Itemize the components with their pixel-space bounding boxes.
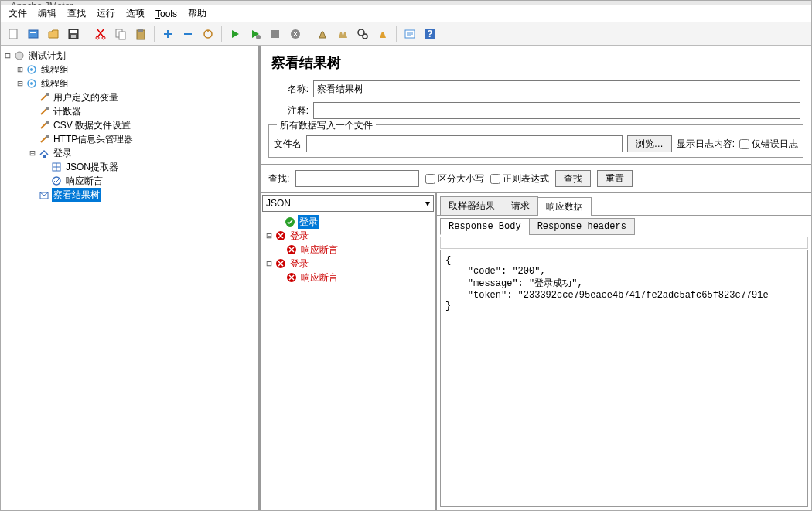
subtabs: Response Body Response headers <box>437 216 811 235</box>
result-tree[interactable]: 登录 ⊟登录 响应断言 ⊟登录 响应断言 <box>261 213 435 510</box>
tab-request[interactable]: 请求 <box>503 196 538 215</box>
result-item[interactable]: 响应断言 <box>299 243 339 257</box>
subtab-headers[interactable]: Response headers <box>529 218 635 235</box>
separator <box>87 26 87 42</box>
svg-point-25 <box>30 82 33 85</box>
config-icon <box>38 105 50 118</box>
open-icon[interactable] <box>44 25 63 43</box>
menu-search[interactable]: 查找 <box>63 5 90 22</box>
svg-point-32 <box>53 177 60 185</box>
error-icon <box>285 244 298 256</box>
tree-toggle[interactable]: ⊟ <box>27 146 38 160</box>
subtab-body[interactable]: Response Body <box>440 218 530 235</box>
config-icon <box>38 133 50 145</box>
result-item[interactable]: 响应断言 <box>299 271 339 284</box>
comment-input[interactable] <box>313 102 800 119</box>
svg-text:?: ? <box>427 29 432 39</box>
tree-counter[interactable]: 计数器 <box>52 104 83 118</box>
tree-toggle[interactable]: ⊟ <box>2 49 13 63</box>
tree-csv[interactable]: CSV 数据文件设置 <box>52 118 132 132</box>
save-icon[interactable] <box>64 25 83 43</box>
showlog-label: 显示日志内容: <box>677 138 735 151</box>
tree-view-results[interactable]: 察看结果树 <box>52 188 101 202</box>
tree-login[interactable]: 登录 <box>52 146 73 160</box>
paste-icon[interactable] <box>131 25 150 43</box>
menu-run[interactable]: 运行 <box>92 5 120 22</box>
filename-input[interactable] <box>306 135 623 152</box>
search-icon[interactable] <box>353 25 372 43</box>
menu-options[interactable]: 选项 <box>121 5 149 22</box>
menu-edit[interactable]: 编辑 <box>33 5 61 22</box>
tree-resp-assert[interactable]: 响应断言 <box>64 174 104 188</box>
toggle-icon[interactable] <box>199 25 217 43</box>
tree-toggle[interactable]: ⊟ <box>264 257 275 271</box>
run-icon[interactable] <box>226 25 244 43</box>
run-noTimers-icon[interactable] <box>246 25 264 43</box>
svg-rect-2 <box>30 32 36 33</box>
svg-rect-27 <box>46 107 49 110</box>
error-icon <box>275 230 287 242</box>
extractor-icon <box>50 161 63 173</box>
reset-button[interactable]: 重置 <box>597 170 633 187</box>
tree-json-extractor[interactable]: JSON提取器 <box>64 160 120 174</box>
tree-threadgroup1[interactable]: 线程组 <box>39 63 70 77</box>
function-icon[interactable] <box>401 25 419 43</box>
onlyerror-checkbox[interactable]: 仅错误日志 <box>739 138 798 151</box>
regex-checkbox[interactable]: 正则表达式 <box>490 172 549 186</box>
svg-rect-9 <box>119 32 125 39</box>
collapse-icon[interactable] <box>179 25 197 43</box>
browse-button[interactable]: 浏览… <box>627 135 672 152</box>
reset-search-icon[interactable] <box>374 25 392 43</box>
tree-toggle[interactable]: ⊟ <box>264 229 275 243</box>
menu-tools[interactable]: Tools <box>151 7 182 21</box>
test-plan-tree[interactable]: ⊟测试计划 ⊞线程组 ⊟线程组 用户定义的变量 计数器 CSV 数据文件设置 H… <box>1 46 260 510</box>
tab-sampler[interactable]: 取样器结果 <box>440 196 503 215</box>
search-input[interactable] <box>295 170 419 187</box>
svg-rect-26 <box>46 93 49 96</box>
tab-response[interactable]: 响应数据 <box>537 197 592 216</box>
case-label: 区分大小写 <box>438 172 484 186</box>
renderer-dropdown[interactable]: JSON ▾ <box>262 195 434 212</box>
tree-toggle[interactable]: ⊟ <box>15 77 26 90</box>
menu-file[interactable]: 文件 <box>4 5 32 22</box>
file-fieldset: 所有数据写入一个文件 文件名 浏览… 显示日志内容: 仅错误日志 <box>268 124 803 158</box>
separator <box>221 26 222 42</box>
templates-icon[interactable] <box>24 25 43 43</box>
result-item[interactable]: 登录 <box>298 215 319 229</box>
filename-label: 文件名 <box>274 138 302 151</box>
tree-threadgroup2[interactable]: 线程组 <box>39 77 70 90</box>
shutdown-icon[interactable] <box>286 25 305 43</box>
menu-help[interactable]: 帮助 <box>183 5 211 22</box>
stop-icon[interactable] <box>266 25 285 43</box>
results-left-pane: JSON ▾ 登录 ⊟登录 响应断言 ⊟登录 响应断言 <box>261 193 437 510</box>
svg-rect-29 <box>46 135 49 138</box>
response-body[interactable]: { "code": "200", "message": "登录成功", "tok… <box>440 250 808 507</box>
separator <box>396 26 397 42</box>
threadgroup-icon <box>26 77 38 90</box>
result-item[interactable]: 登录 <box>288 229 310 243</box>
tree-toggle[interactable]: ⊞ <box>15 63 26 77</box>
tree-testplan[interactable]: 测试计划 <box>27 49 67 63</box>
sampler-icon <box>38 147 50 159</box>
case-checkbox[interactable]: 区分大小写 <box>425 172 484 186</box>
svg-rect-11 <box>138 29 143 32</box>
config-icon <box>38 91 50 104</box>
tree-uservars[interactable]: 用户定义的变量 <box>52 90 120 104</box>
separator <box>309 26 309 42</box>
regex-label: 正则表达式 <box>503 172 549 186</box>
clearall-icon[interactable] <box>333 25 352 43</box>
svg-rect-0 <box>9 29 17 39</box>
result-item[interactable]: 登录 <box>288 257 310 271</box>
dropdown-value: JSON <box>266 198 291 209</box>
cut-icon[interactable] <box>91 25 110 43</box>
name-input[interactable] <box>313 80 800 97</box>
help-icon[interactable]: ? <box>421 25 439 43</box>
clear-icon[interactable] <box>313 25 332 43</box>
copy-icon[interactable] <box>111 25 130 43</box>
expand-icon[interactable] <box>159 25 177 43</box>
find-button[interactable]: 查找 <box>555 170 591 187</box>
svg-point-13 <box>256 35 261 39</box>
success-icon <box>284 216 296 228</box>
tree-httpheader[interactable]: HTTP信息头管理器 <box>52 132 135 146</box>
new-icon[interactable] <box>4 25 22 43</box>
